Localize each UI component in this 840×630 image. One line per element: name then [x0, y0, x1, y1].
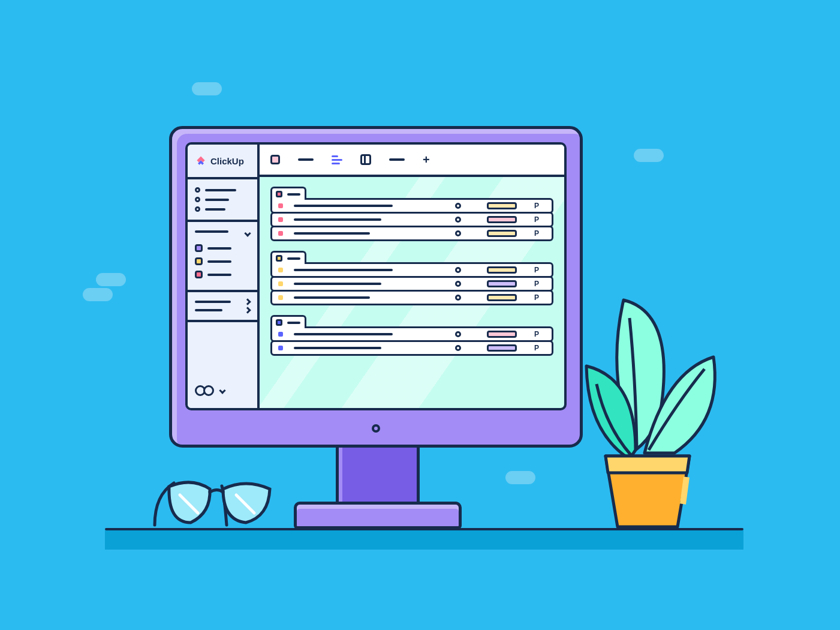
priority-flag-icon[interactable]: P: [528, 229, 546, 238]
task-title-placeholder: [294, 205, 393, 207]
app-screen: ClickUp: [185, 142, 567, 410]
timeline-icon: [332, 155, 342, 164]
status-label-placeholder: [287, 193, 300, 196]
assignee-circle-icon[interactable]: [455, 295, 461, 301]
sidebar-space-item[interactable]: [195, 257, 250, 265]
task-title-placeholder: [294, 232, 370, 235]
sidebar-folder-item[interactable]: [195, 299, 250, 304]
priority-flag-icon[interactable]: P: [528, 202, 546, 210]
task-group: P P P: [270, 251, 553, 305]
cloud-decoration: [96, 273, 126, 286]
app-name: ClickUp: [210, 156, 244, 166]
monitor-power-led: [372, 424, 380, 433]
glasses-decoration: [150, 465, 282, 531]
view-tab-list[interactable]: [270, 155, 280, 164]
task-tag[interactable]: [487, 280, 517, 287]
assignee-circle-icon[interactable]: [455, 217, 461, 223]
task-rows: P P: [270, 326, 553, 356]
chevron-down-icon: [219, 387, 225, 394]
sidebar: ClickUp: [188, 145, 260, 408]
add-view-button[interactable]: +: [423, 153, 430, 167]
status-color-icon: [276, 191, 282, 197]
sidebar-nav-item[interactable]: [195, 206, 250, 212]
task-list-main: P P P P P P: [260, 177, 564, 408]
monitor-neck: [336, 448, 420, 502]
task-status-dot: [278, 281, 283, 286]
task-tag[interactable]: [487, 216, 517, 223]
task-rows: P P P: [270, 262, 553, 305]
task-tag[interactable]: [487, 202, 517, 209]
assignee-circle-icon[interactable]: [455, 345, 461, 351]
task-row[interactable]: P: [270, 226, 553, 241]
space-label-placeholder: [207, 247, 231, 250]
view-tab[interactable]: [389, 158, 405, 161]
sidebar-space-item[interactable]: [195, 244, 250, 252]
status-color-icon: [276, 319, 282, 326]
task-title-placeholder: [294, 283, 381, 285]
space-color-icon: [195, 271, 203, 278]
task-status-dot: [278, 231, 283, 236]
task-group-header[interactable]: [270, 187, 306, 200]
sidebar-nav-item[interactable]: [195, 197, 250, 202]
view-tab-board[interactable]: [360, 154, 371, 165]
priority-flag-icon[interactable]: P: [528, 266, 546, 274]
sidebar-spaces-header[interactable]: [195, 228, 250, 239]
sidebar-folder-item[interactable]: [195, 308, 250, 313]
board-icon: [360, 154, 371, 165]
task-tag[interactable]: [487, 344, 517, 352]
user-avatars[interactable]: [195, 385, 250, 396]
task-status-dot: [278, 217, 283, 222]
task-row[interactable]: P: [270, 290, 553, 305]
priority-flag-icon[interactable]: P: [528, 330, 546, 338]
assignee-circle-icon[interactable]: [455, 203, 461, 209]
cloud-decoration: [192, 82, 222, 95]
square-icon: [270, 155, 280, 164]
space-color-icon: [195, 244, 203, 252]
cloud-decoration: [505, 471, 535, 484]
status-color-icon: [276, 255, 282, 262]
task-group-header[interactable]: [270, 251, 306, 264]
task-title-placeholder: [294, 296, 370, 299]
task-title-placeholder: [294, 333, 393, 335]
task-title-placeholder: [294, 347, 381, 349]
task-tag[interactable]: [487, 294, 517, 301]
task-tag[interactable]: [487, 331, 517, 338]
status-label-placeholder: [287, 322, 300, 324]
task-tag[interactable]: [487, 230, 517, 237]
assignee-circle-icon[interactable]: [455, 331, 461, 337]
cloud-decoration: [83, 288, 113, 301]
chevron-right-icon: [244, 298, 251, 305]
space-color-icon: [195, 257, 203, 265]
task-group-header[interactable]: [270, 315, 306, 328]
task-status-dot: [278, 295, 283, 300]
sidebar-space-item[interactable]: [195, 271, 250, 278]
priority-flag-icon[interactable]: P: [528, 344, 546, 352]
monitor-base: [294, 502, 462, 529]
chevron-down-icon: [244, 230, 251, 236]
task-title-placeholder: [294, 218, 381, 221]
cloud-decoration: [634, 149, 664, 162]
chevron-right-icon: [244, 307, 251, 313]
task-rows: P P P: [270, 198, 553, 241]
priority-flag-icon[interactable]: P: [528, 215, 546, 224]
view-tab[interactable]: [298, 158, 314, 161]
sidebar-nav-section: [188, 179, 257, 222]
svg-line-2: [683, 477, 687, 504]
sidebar-user-section: [188, 377, 257, 408]
assignee-circle-icon[interactable]: [455, 267, 461, 273]
task-row[interactable]: P: [270, 340, 553, 356]
clickup-logo-icon: [195, 155, 207, 167]
priority-flag-icon[interactable]: P: [528, 280, 546, 288]
view-tab-timeline[interactable]: [332, 155, 342, 164]
avatar: [203, 385, 214, 396]
priority-flag-icon[interactable]: P: [528, 293, 546, 302]
assignee-circle-icon[interactable]: [455, 230, 461, 236]
plant-decoration: [570, 240, 725, 534]
task-title-placeholder: [294, 269, 393, 271]
task-status-dot: [278, 346, 283, 350]
assignee-circle-icon[interactable]: [455, 281, 461, 287]
sidebar-nav-item[interactable]: [195, 187, 250, 193]
task-tag[interactable]: [487, 266, 517, 274]
task-status-dot: [278, 268, 283, 272]
space-label-placeholder: [207, 260, 231, 263]
